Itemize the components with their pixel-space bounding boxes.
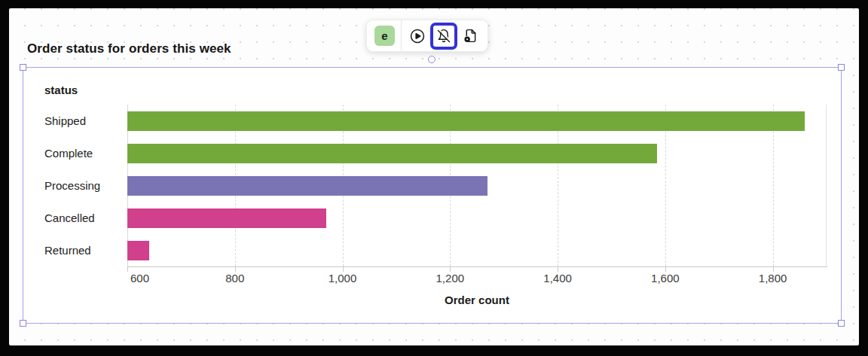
selection-handle-top-right[interactable] <box>838 64 845 71</box>
evidence-logo-badge[interactable]: e <box>374 26 395 46</box>
bar-cancelled <box>127 208 326 228</box>
category-label: Complete <box>44 146 93 161</box>
play-circle-icon <box>409 28 426 44</box>
page-title[interactable]: Order status for orders this week <box>27 41 231 56</box>
tick-mark <box>127 267 128 272</box>
x-tick-label: 800 <box>225 272 244 284</box>
file-action-button[interactable] <box>457 23 483 49</box>
photo-frame: Order status for orders this week e <box>0 0 868 356</box>
x-axis-title: Order count <box>127 294 827 306</box>
x-tick-label: 1,800 <box>759 272 787 284</box>
file-action-icon <box>463 28 478 44</box>
plot-area <box>127 105 827 266</box>
selection-handle-top-left[interactable] <box>20 64 26 71</box>
x-tick-label: 1,400 <box>543 272 572 284</box>
bar-shipped <box>127 111 805 131</box>
category-label: Cancelled <box>44 211 95 226</box>
x-tick-label: 600 <box>130 272 149 284</box>
bar-processing <box>127 176 487 196</box>
selection-top-handle[interactable] <box>428 56 436 63</box>
notifications-off-button[interactable] <box>430 23 457 50</box>
selection-handle-bottom-left[interactable] <box>20 320 26 327</box>
x-axis-line <box>127 266 827 267</box>
toolbar-divider <box>401 20 402 51</box>
category-labels: ShippedCompleteProcessingCancelledReturn… <box>44 105 126 266</box>
bar-complete <box>127 144 657 163</box>
floating-toolbar: e <box>366 20 488 52</box>
x-tick-label: 1,600 <box>651 272 680 284</box>
category-label: Processing <box>44 178 100 193</box>
y-axis-title: status <box>44 84 78 96</box>
bell-slash-icon <box>436 29 451 44</box>
category-label: Shipped <box>44 114 86 129</box>
x-tick-label: 1,200 <box>436 272 465 284</box>
editor-canvas: Order status for orders this week e <box>9 8 859 345</box>
plot-right-edge <box>826 105 827 266</box>
selection-handle-bottom-right[interactable] <box>838 320 845 327</box>
x-tick-label: 1,000 <box>329 272 357 284</box>
category-label: Returned <box>44 243 91 258</box>
bar-returned <box>127 241 149 260</box>
run-query-button[interactable] <box>405 23 430 49</box>
chart-card[interactable]: status ShippedCompleteProcessingCancelle… <box>23 67 842 324</box>
